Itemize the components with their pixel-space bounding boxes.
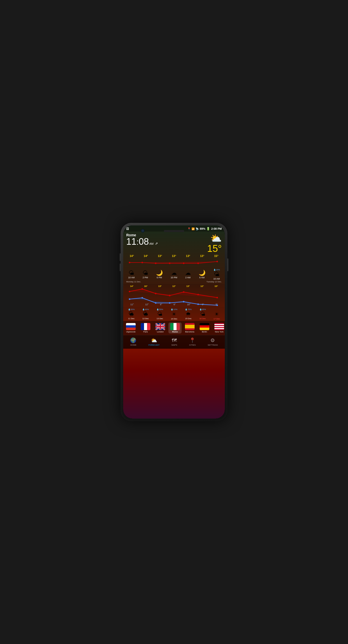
daily-icon-5: 🌤: [200, 311, 205, 317]
volume-up-button[interactable]: [120, 253, 121, 261]
signal-icon: 📡: [196, 227, 199, 230]
hourly-item-1: 🌤 2 PM: [143, 270, 148, 279]
nav-item-settings[interactable]: ⚙ SETTINGS: [208, 337, 218, 346]
daily-percent-0: 💧50%: [128, 308, 135, 311]
low-temp-4: 10°: [187, 303, 191, 306]
hourly-item-0: 🌤 10 AM: [128, 270, 135, 279]
daily-date-3: 14 Dec: [171, 318, 177, 320]
daily-icon-4: 🌧: [186, 311, 191, 317]
date-label-right: Tuesday 12 Dec.: [174, 281, 222, 283]
daily-icon-1: 🌦: [143, 311, 148, 317]
share-icon[interactable]: ⇗: [155, 241, 158, 246]
daily-item-2: 💧55% 🌤 13 Dec: [156, 308, 163, 320]
city-item-ulyanovsk[interactable]: Ulyanovsk: [124, 323, 137, 333]
flag-italy: [170, 323, 180, 330]
low-temp-5: 5°: [202, 303, 204, 306]
svg-point-11: [183, 291, 184, 293]
flag-france: [141, 323, 150, 330]
high-temp-0: 14°: [130, 285, 134, 287]
daily-date-1: 12 Dec: [142, 317, 149, 320]
svg-point-14: [129, 298, 130, 300]
volume-down-button[interactable]: [120, 264, 121, 271]
daily-item-5: 💧35% 🌤 16 Dec: [199, 308, 206, 320]
cities-icon: 📍: [189, 337, 196, 343]
high-temp-5: 12°: [200, 285, 204, 287]
hourly-row: 🌤 10 AM 🌤 2 PM 🌙 6 PM ☁ 10 PM: [123, 269, 225, 280]
hourly-icon-0: 🌤: [129, 270, 134, 276]
nav-label-cities: CITIES: [189, 344, 196, 346]
daily-date-5: 16 Dec: [199, 317, 206, 320]
low-temp-0: 11°: [130, 303, 134, 306]
hourly-time-4: 2 AM: [185, 276, 191, 279]
top-section: Rome 11 : 08 AM ⇗ ⛅ 15°: [123, 232, 225, 254]
city-item-barcelona[interactable]: Barcelona: [183, 323, 196, 333]
daily-icon-0: 🌦: [129, 311, 134, 317]
daily-date-6: 17 Dec: [214, 318, 220, 320]
hourly-item-2: 🌙 6 PM: [156, 270, 163, 279]
second-graph: 14° 16° 13° 12° 13° 12° 10°: [123, 284, 225, 307]
hourly-time-5: 6 AM: [199, 276, 205, 279]
city-label-london: London: [157, 331, 164, 333]
phone-frame: 🖼 📍 📶 📡 89% 🔋 2:08 PM Rome 11 :: [121, 223, 227, 421]
daily-date-0: 11 Dec: [128, 317, 134, 320]
nav-label-settings: SETTINGS: [208, 344, 218, 346]
battery-percent: 89%: [200, 227, 205, 230]
hourly-item-6: 💧15% 🌤 10 AM: [213, 269, 220, 280]
flag-spain: [185, 323, 195, 330]
svg-point-5: [197, 263, 199, 264]
time-hours: 11: [126, 237, 136, 246]
hourly-icon-4: ☁: [185, 270, 191, 276]
daily-item-1: 💧40% 🌦 12 Dec: [142, 308, 149, 320]
daily-percent-5: 💧35%: [199, 308, 206, 311]
city-item-london[interactable]: London: [154, 323, 167, 333]
nav-item-cities[interactable]: 📍 CITIES: [189, 337, 196, 346]
flag-germany: [200, 323, 209, 330]
hourly-item-5: 🌙 6 AM: [199, 270, 205, 279]
time-ampm: AM: [149, 242, 154, 245]
date-label-left: Monday 11 Dec.: [126, 281, 174, 283]
cities-row[interactable]: Ulyanovsk Paris: [123, 321, 225, 335]
power-button[interactable]: [227, 258, 228, 271]
top-temp-graph: 14° 14° 13° 13° 13° 13° 15°: [123, 254, 225, 267]
daily-item-3: 💧10% ☀ 14 Dec: [171, 308, 177, 320]
low-temp-1: 12°: [145, 303, 149, 306]
svg-point-2: [155, 263, 156, 264]
status-left: 🖼: [126, 227, 129, 230]
city-item-paris[interactable]: Paris: [139, 323, 152, 333]
city-item-rome[interactable]: Rome: [168, 323, 182, 333]
nav-item-maps[interactable]: 🗺 MAPS: [171, 338, 177, 346]
svg-point-6: [216, 261, 218, 262]
flag-usa: [214, 323, 224, 330]
daily-icon-2: 🌤: [157, 311, 162, 317]
daily-item-0: 💧50% 🌦 11 Dec: [128, 308, 135, 320]
hourly-item-3: ☁ 10 PM: [171, 270, 177, 279]
high-temp-3: 12°: [172, 285, 176, 287]
settings-icon: ⚙: [210, 337, 215, 343]
home-icon: 🌍: [130, 337, 136, 343]
nav-item-forecast[interactable]: ⛅ FORECAST: [148, 337, 160, 346]
time-display: 11 : 08 AM ⇗: [126, 237, 158, 247]
svg-point-12: [197, 294, 199, 295]
status-time: 2:08 PM: [211, 227, 222, 230]
city-label-ulyanovsk: Ulyanovsk: [126, 331, 136, 333]
city-item-berlin[interactable]: Berlin: [198, 323, 211, 333]
daily-percent-4: 💧75%: [185, 308, 192, 311]
high-temp-1: 16°: [144, 285, 148, 287]
hourly-time-2: 6 PM: [157, 276, 162, 279]
date-labels: Monday 11 Dec. Tuesday 12 Dec.: [123, 281, 225, 283]
time-colon: :: [136, 238, 139, 247]
svg-point-18: [183, 301, 184, 302]
city-label-newyork: New York: [215, 331, 224, 333]
current-temp: 15°: [207, 244, 222, 253]
hourly-icon-2: 🌙: [156, 270, 163, 276]
daily-section: 💧50% 🌦 11 Dec 💧40% 🌦 12 Dec 💧55% 🌤 13 De…: [123, 307, 225, 321]
svg-point-8: [141, 288, 143, 290]
current-weather: ⛅ 15°: [207, 233, 222, 253]
high-temp-6: 10°: [214, 285, 218, 287]
city-item-newyork[interactable]: New York: [213, 323, 225, 333]
battery-icon: 🔋: [206, 227, 210, 231]
nav-item-home[interactable]: 🌍 HOME: [130, 337, 136, 346]
flag-russia: [126, 323, 136, 330]
hourly-item-4: ☁ 2 AM: [185, 270, 191, 279]
daily-percent-2: 💧55%: [156, 308, 163, 311]
